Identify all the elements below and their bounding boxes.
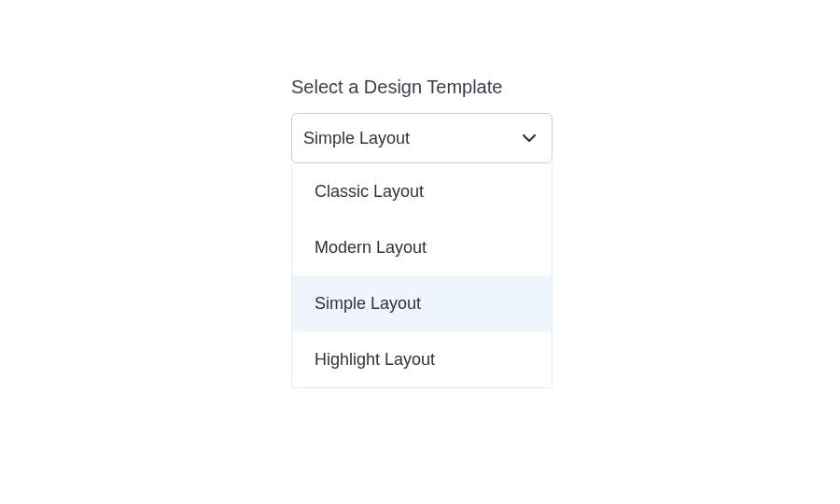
template-select-trigger[interactable]: Simple Layout bbox=[291, 113, 553, 163]
template-option-simple[interactable]: Simple Layout bbox=[292, 275, 552, 331]
template-option-highlight[interactable]: Highlight Layout bbox=[292, 331, 552, 387]
option-label: Highlight Layout bbox=[315, 350, 435, 370]
template-dropdown: Classic Layout Modern Layout Simple Layo… bbox=[291, 163, 553, 388]
template-option-classic[interactable]: Classic Layout bbox=[292, 163, 552, 219]
option-label: Simple Layout bbox=[315, 294, 421, 314]
template-select-value: Simple Layout bbox=[303, 129, 410, 148]
field-label: Select a Design Template bbox=[291, 77, 553, 98]
option-label: Classic Layout bbox=[315, 182, 424, 202]
option-label: Modern Layout bbox=[315, 238, 427, 258]
chevron-down-icon bbox=[522, 131, 537, 146]
template-option-modern[interactable]: Modern Layout bbox=[292, 219, 552, 275]
